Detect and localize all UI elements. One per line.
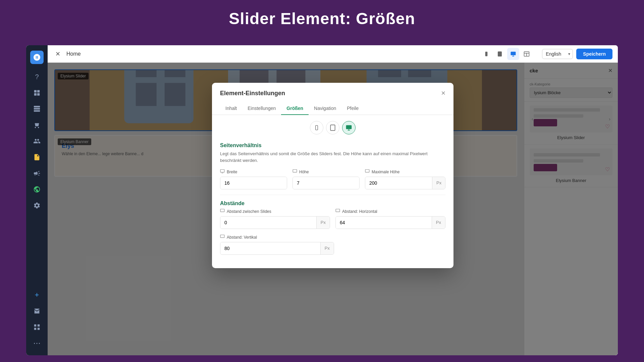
abstand-slides-unit: Px bbox=[316, 217, 330, 229]
tab-navigation[interactable]: Navigation bbox=[309, 102, 341, 115]
abstaende-row-1: Abstand zwischen Slides Px bbox=[220, 208, 445, 229]
sidebar-logo[interactable] bbox=[30, 51, 44, 64]
modal-device-tablet[interactable] bbox=[326, 121, 339, 134]
field-abstand-vertikal: Abstand: Vertikal Px bbox=[220, 234, 334, 255]
max-hoehe-input-wrap: Px bbox=[365, 177, 445, 189]
top-bar-right: English Deutsch Speichern bbox=[542, 49, 612, 59]
sidebar-item-more[interactable]: ⋯ bbox=[30, 337, 44, 350]
modal-backdrop: Element-Einstellungen × Inhalt Einstellu… bbox=[48, 63, 618, 355]
abstaende-row-2: Abstand: Vertikal Px bbox=[220, 234, 445, 255]
field-breite-label: Breite bbox=[220, 169, 287, 175]
section-abstaende: Abstände Abstand zwischen Slides bbox=[212, 195, 453, 260]
field-breite: Breite bbox=[220, 169, 287, 189]
svg-rect-37 bbox=[220, 209, 224, 212]
svg-rect-38 bbox=[336, 209, 340, 212]
tab-inhalt[interactable]: Inhalt bbox=[220, 102, 242, 115]
top-bar-close-button[interactable]: ✕ bbox=[53, 49, 62, 59]
svg-rect-2 bbox=[34, 93, 37, 96]
hoehe-icon bbox=[292, 169, 297, 175]
svg-rect-30 bbox=[346, 125, 352, 129]
svg-rect-3 bbox=[37, 93, 40, 96]
svg-rect-5 bbox=[34, 108, 40, 110]
section-abstaende-title: Abstände bbox=[220, 200, 445, 206]
seitenverhaeltnis-fields: Breite Höhe bbox=[220, 169, 445, 189]
page-title: Slider Element: Größen bbox=[0, 9, 644, 28]
language-select[interactable]: English Deutsch bbox=[542, 49, 573, 59]
svg-rect-0 bbox=[34, 90, 37, 93]
device-tablet-button[interactable] bbox=[494, 48, 506, 60]
svg-rect-9 bbox=[511, 52, 516, 55]
modal-dialog: Element-Einstellungen × Inhalt Einstellu… bbox=[212, 83, 453, 268]
svg-rect-35 bbox=[293, 170, 297, 172]
abstand-slides-input-wrap: Px bbox=[220, 216, 330, 229]
svg-rect-1 bbox=[37, 90, 40, 93]
top-bar: ✕ Home English Deutsch Spe bbox=[48, 45, 618, 63]
field-hoehe: Höhe bbox=[292, 169, 360, 189]
max-hoehe-icon bbox=[365, 169, 370, 175]
device-desktop-button[interactable] bbox=[507, 48, 519, 60]
sidebar-item-table[interactable] bbox=[30, 320, 44, 334]
hoehe-input-wrap bbox=[292, 177, 360, 189]
modal-header: Element-Einstellungen × bbox=[212, 83, 453, 97]
abstand-vertikal-label-text: Abstand: Vertikal bbox=[227, 235, 257, 240]
abstand-slides-label-text: Abstand zwischen Slides bbox=[227, 209, 271, 214]
save-button[interactable]: Speichern bbox=[576, 49, 612, 59]
field-hoehe-label: Höhe bbox=[292, 169, 360, 175]
top-bar-page-name: Home bbox=[66, 51, 81, 57]
modal-tabs: Inhalt Einstellungen Größen Navigation P… bbox=[212, 102, 453, 115]
abstand-horizontal-input-wrap: Px bbox=[335, 216, 445, 229]
sidebar-item-blocks[interactable] bbox=[30, 102, 44, 116]
svg-rect-39 bbox=[220, 235, 224, 238]
max-hoehe-input[interactable] bbox=[365, 177, 432, 189]
field-max-hoehe: Maximale Höhe Px bbox=[365, 169, 445, 189]
modal-device-mobile[interactable] bbox=[310, 121, 323, 134]
abstand-vertikal-input-wrap: Px bbox=[220, 242, 334, 255]
sidebar-item-users[interactable] bbox=[30, 134, 44, 148]
section-seitenverhaeltnis-desc: Legt das Seitenverhältnis und somit die … bbox=[220, 150, 445, 164]
sidebar-item-forms[interactable] bbox=[30, 150, 44, 164]
content-area: Elysium Slider bbox=[48, 63, 618, 355]
tab-einstellungen[interactable]: Einstellungen bbox=[242, 102, 281, 115]
tab-groessen[interactable]: Größen bbox=[281, 102, 309, 115]
svg-rect-4 bbox=[34, 106, 40, 108]
svg-rect-6 bbox=[34, 110, 40, 112]
breite-input-wrap bbox=[220, 177, 287, 189]
left-sidebar: ? + bbox=[26, 45, 48, 355]
sidebar-item-add[interactable]: + bbox=[30, 288, 44, 302]
svg-rect-33 bbox=[220, 170, 224, 172]
modal-close-button[interactable]: × bbox=[441, 89, 445, 97]
sidebar-item-marketing[interactable] bbox=[30, 167, 44, 180]
abstand-vertikal-input[interactable] bbox=[220, 242, 320, 254]
abstand-horizontal-unit: Px bbox=[432, 217, 445, 229]
sidebar-item-shop[interactable] bbox=[30, 118, 44, 132]
sidebar-item-store[interactable] bbox=[30, 304, 44, 318]
device-mobile-button[interactable] bbox=[480, 48, 492, 60]
language-selector-wrapper[interactable]: English Deutsch bbox=[542, 49, 573, 59]
tab-pfeile[interactable]: Pfeile bbox=[341, 102, 364, 115]
section-seitenverhaeltnis: Seitenverhältnis Legt das Seitenverhältn… bbox=[212, 137, 453, 195]
field-abstand-horizontal: Abstand: Horizontal Px bbox=[335, 208, 445, 229]
breite-label-text: Breite bbox=[227, 170, 237, 174]
hoehe-input[interactable] bbox=[293, 177, 360, 189]
section-seitenverhaeltnis-title: Seitenverhältnis bbox=[220, 142, 445, 148]
abstand-horizontal-input[interactable] bbox=[336, 217, 432, 229]
sidebar-item-pages[interactable] bbox=[30, 86, 44, 100]
abstand-slides-icon bbox=[220, 208, 225, 214]
breite-input[interactable] bbox=[220, 177, 287, 189]
modal-device-row bbox=[212, 115, 453, 137]
abstand-vertikal-icon bbox=[220, 234, 225, 240]
abstand-slides-input[interactable] bbox=[220, 217, 316, 229]
sidebar-item-integrations[interactable] bbox=[30, 183, 44, 196]
hoehe-label-text: Höhe bbox=[299, 170, 309, 174]
modal-title: Element-Einstellungen bbox=[220, 90, 285, 97]
breite-icon bbox=[220, 169, 225, 175]
svg-rect-28 bbox=[316, 125, 318, 130]
max-hoehe-label-text: Maximale Höhe bbox=[372, 170, 399, 174]
modal-device-desktop[interactable] bbox=[342, 121, 356, 134]
max-hoehe-unit: Px bbox=[432, 177, 445, 189]
sidebar-item-help[interactable]: ? bbox=[30, 70, 44, 83]
device-layout-button[interactable] bbox=[521, 48, 533, 60]
field-max-hoehe-label: Maximale Höhe bbox=[365, 169, 445, 175]
sidebar-item-settings[interactable] bbox=[30, 199, 44, 212]
abstand-vertikal-unit: Px bbox=[320, 242, 334, 254]
